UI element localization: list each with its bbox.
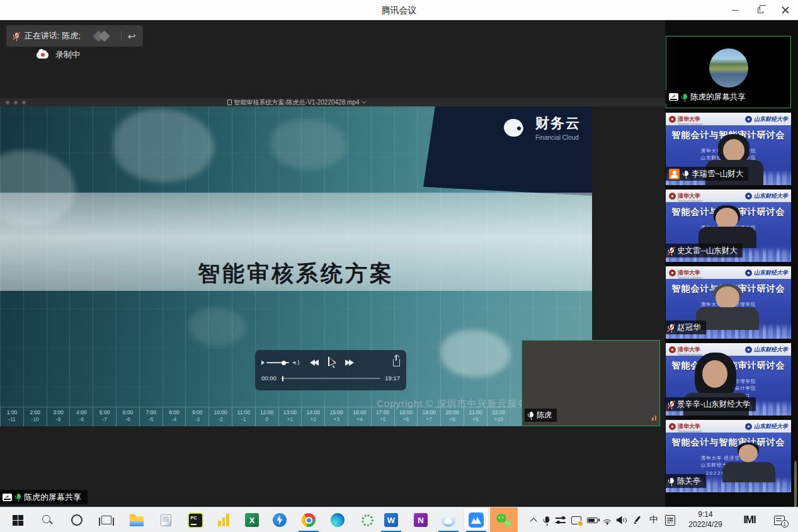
- presenter-name: 陈虎: [537, 410, 552, 421]
- timezone-cell: 14:00 +2: [301, 407, 324, 426]
- timezone-cell: 21:00 +9: [464, 407, 487, 426]
- action-center-button[interactable]: 1: [770, 507, 789, 532]
- taskbar-search-button[interactable]: [35, 507, 60, 532]
- green-ring-app-button[interactable]: [355, 507, 380, 532]
- start-button[interactable]: [5, 507, 30, 532]
- ime-language[interactable]: 中: [646, 507, 661, 532]
- timezone-ruler: 1:00 -11 2:00 -10 3:00 -9 4:00 -8 5:00 -…: [0, 407, 510, 426]
- power-bi-button[interactable]: [211, 507, 236, 532]
- meeting-logo-watermark-icon: [94, 32, 108, 40]
- person-badge-icon: [669, 169, 680, 179]
- volume-low-icon: [261, 360, 265, 365]
- word-icon: W: [384, 513, 398, 527]
- tsinghua-seal-icon: [669, 423, 676, 430]
- financial-cloud-brand: 财务云 Financial Cloud: [504, 114, 581, 141]
- windows-logo-icon: [13, 515, 23, 526]
- notepad-button[interactable]: [153, 507, 178, 532]
- timezone-cell: 22:00 +10: [487, 407, 510, 426]
- cortana-button[interactable]: [64, 507, 89, 532]
- timezone-cell: 20:00 +8: [440, 407, 464, 426]
- tencent-meeting-button[interactable]: [464, 507, 489, 532]
- participant-label: 赵冠华: [666, 320, 706, 334]
- screen-share-banner: 陈虎的屏幕共享: [0, 490, 88, 504]
- timezone-cell: 18:00 +6: [394, 407, 418, 426]
- word-button[interactable]: W: [379, 507, 404, 532]
- notification-icon: 1: [774, 516, 785, 525]
- presenter-name-label: 陈虎: [525, 409, 557, 422]
- minimize-button[interactable]: [722, 0, 748, 20]
- tray-pen[interactable]: [630, 507, 645, 532]
- windows-taskbar: PC X W N 中 拼 9:14 2022/4/29 IMI 1: [0, 507, 798, 532]
- participant-tile[interactable]: 清华大学Tsinghua University 山东财经大学 智能会计与智能审计…: [666, 343, 791, 416]
- edge-button[interactable]: [325, 507, 350, 532]
- volume-slider: [266, 362, 289, 363]
- participant-tile[interactable]: 清华大学Tsinghua University 山东财经大学 智能会计与智能审计…: [666, 420, 791, 492]
- audio-level-icon: [652, 416, 656, 421]
- tray-wifi[interactable]: [600, 507, 615, 532]
- imi-logo-button[interactable]: IMI: [737, 507, 762, 532]
- task-view-icon: [101, 516, 111, 524]
- mic-muted-icon: [669, 247, 673, 254]
- sdufe-seal-icon: [745, 423, 752, 430]
- chrome-button[interactable]: [296, 507, 321, 532]
- timezone-cell: 9:00 -3: [185, 407, 208, 426]
- timezone-cell: 11:00 -1: [232, 407, 255, 426]
- timezone-cell: 16:00 +4: [348, 407, 371, 426]
- tray-app-notification[interactable]: [569, 507, 584, 532]
- mic-on-green-icon: [16, 494, 20, 501]
- file-explorer-button[interactable]: [124, 507, 149, 532]
- brand-name: 财务云: [535, 114, 581, 133]
- chevron-up-icon: [530, 518, 537, 524]
- battery-icon: [587, 518, 598, 523]
- mic-muted-icon: [669, 401, 673, 408]
- volume-high-icon: [291, 359, 297, 366]
- timezone-cell: 10:00 -2: [208, 407, 232, 426]
- tsinghua-seal-icon: [669, 269, 676, 276]
- tsinghua-seal-icon: [669, 116, 676, 123]
- participant-tile[interactable]: 清华大学Tsinghua University 山东财经大学 智能会计与智能审计…: [666, 190, 791, 262]
- volume-control: [261, 359, 297, 366]
- participant-tile[interactable]: 清华大学Tsinghua University 山东财经大学 智能会计与智能审计…: [666, 113, 791, 185]
- screen-share-icon: [3, 494, 12, 501]
- pycharm-icon: PC: [189, 514, 202, 527]
- wechat-button[interactable]: [490, 507, 518, 532]
- task-view-button[interactable]: [94, 507, 119, 532]
- titlebar: 腾讯会议: [0, 0, 798, 20]
- ime-mode[interactable]: 拼: [663, 507, 678, 532]
- participant-tile[interactable]: 清华大学Tsinghua University 山东财经大学 智能会计与智能审计…: [666, 266, 791, 339]
- onenote-button[interactable]: N: [408, 507, 433, 532]
- cloud-recording-icon: [37, 52, 48, 59]
- progress-bar: [281, 378, 380, 379]
- ime-mode-indicator: 拼: [665, 515, 675, 526]
- tray-volume[interactable]: [614, 507, 629, 532]
- participant-label: 陈虎的屏幕共享: [666, 90, 751, 104]
- ime-lang-indicator: 中: [649, 514, 658, 526]
- downloader-button[interactable]: [267, 507, 292, 532]
- close-button[interactable]: [773, 0, 798, 20]
- tray-battery[interactable]: [584, 507, 600, 532]
- restore-button[interactable]: [748, 0, 773, 20]
- participants-sidebar: 陈虎的屏幕共享 清华大学Tsinghua University 山东财经大学 智…: [665, 20, 798, 507]
- taskbar-clock[interactable]: 9:14 2022/4/29: [683, 507, 727, 532]
- map-shape: [113, 110, 214, 182]
- power-bi-icon: [218, 514, 229, 526]
- meeting-main-area: 正在讲话: 陈虎; ↩ 录制中 智能审核系统方案-陈虎总-V1-20220428…: [0, 20, 798, 507]
- participant-tile-screen-share[interactable]: 陈虎的屏幕共享: [666, 36, 791, 108]
- weiyun-cloud-button[interactable]: [436, 507, 461, 532]
- imi-logo-icon: IMI: [743, 514, 755, 526]
- pycharm-button[interactable]: PC: [183, 507, 208, 532]
- cloud-logo-icon: [504, 115, 529, 140]
- timezone-cell: 2:00 -10: [23, 407, 47, 426]
- speaking-status-text: 正在讲话: 陈虎;: [25, 30, 81, 42]
- recording-label: 录制中: [55, 49, 80, 60]
- tray-mic[interactable]: [539, 507, 554, 532]
- playhead: [282, 376, 283, 382]
- reply-arrow-icon[interactable]: ↩: [128, 31, 136, 41]
- mic-icon: [544, 516, 549, 524]
- window-notification-icon: [571, 516, 581, 524]
- shared-file-title: 智能审核系统方案-陈虎总-V1-20220428.mp4: [0, 98, 592, 107]
- excel-button[interactable]: X: [239, 507, 265, 532]
- timezone-cell: 3:00 -9: [47, 407, 70, 426]
- tray-expand-button[interactable]: [525, 507, 540, 532]
- tray-mixer[interactable]: [553, 507, 568, 532]
